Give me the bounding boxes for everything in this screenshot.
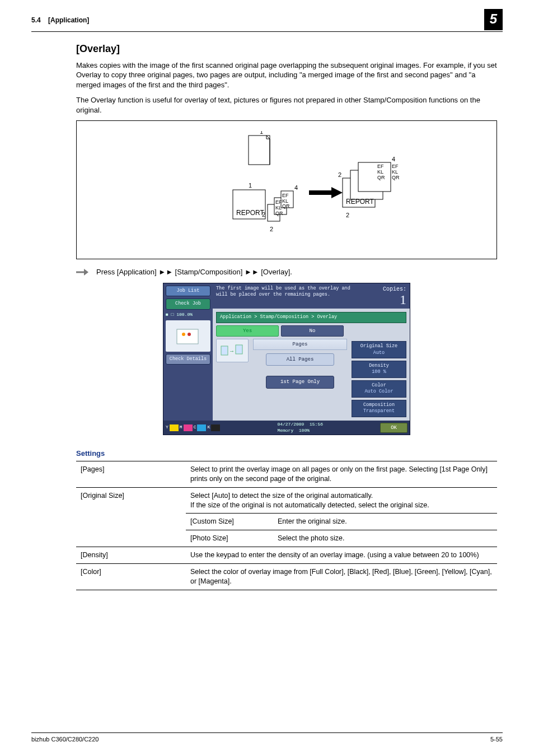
footer-page: 5-55 bbox=[490, 735, 503, 744]
svg-text:EF: EF bbox=[377, 164, 384, 169]
svg-text:1: 1 bbox=[249, 182, 252, 189]
ok-button[interactable]: OK bbox=[380, 423, 407, 433]
section-label: [Application] bbox=[48, 16, 89, 24]
overlay-desc-1: Makes copies with the image of the first… bbox=[76, 60, 497, 90]
svg-text:EF: EF bbox=[392, 164, 399, 169]
overlay-diagram: 1 1 REPORT 2 3 4 EF KL QR bbox=[76, 120, 497, 259]
svg-point-38 bbox=[188, 333, 191, 336]
composition-panel[interactable]: CompositionTransparent bbox=[352, 400, 406, 417]
svg-text:2: 2 bbox=[338, 171, 341, 178]
svg-rect-39 bbox=[221, 346, 228, 355]
table-row: [Pages]Select to print the overlay image… bbox=[76, 461, 497, 487]
first-page-only-button[interactable]: 1st Page Only bbox=[266, 376, 334, 388]
svg-text:REPORT: REPORT bbox=[236, 209, 264, 217]
copies-label: Copies: bbox=[383, 286, 406, 292]
svg-text:QR: QR bbox=[275, 211, 283, 216]
overlay-message: The first image will be used as the over… bbox=[216, 286, 350, 298]
svg-marker-35 bbox=[84, 269, 88, 276]
status-datetime: 04/27/2009 15:56 Memory 100% bbox=[277, 422, 323, 434]
overlay-mode-icon: → bbox=[216, 339, 249, 362]
density-panel[interactable]: Density100 % bbox=[352, 361, 406, 378]
overlay-heading: [Overlay] bbox=[76, 42, 497, 55]
svg-text:QR: QR bbox=[282, 203, 290, 209]
step-arrow-icon bbox=[76, 268, 88, 276]
svg-text:KL: KL bbox=[377, 169, 383, 175]
chapter-badge: 5 bbox=[484, 9, 503, 30]
ui-screenshot: Job List Check Job ■ □ 100.0% Check Deta… bbox=[163, 283, 410, 435]
color-panel[interactable]: ColorAuto Color bbox=[352, 380, 406, 398]
svg-text:1: 1 bbox=[260, 131, 263, 135]
original-size-panel[interactable]: Original SizeAuto bbox=[352, 341, 406, 358]
preview-thumbnail bbox=[166, 320, 210, 352]
svg-text:4: 4 bbox=[392, 156, 395, 162]
svg-text:EF: EF bbox=[275, 199, 282, 205]
check-job-button[interactable]: Check Job bbox=[166, 298, 210, 309]
section-number: 5.4 bbox=[31, 16, 41, 24]
step-instruction: Press [Application] ►► [Stamp/Compositio… bbox=[96, 267, 292, 277]
check-details-button[interactable]: Check Details bbox=[166, 354, 210, 365]
table-row: [Color]Select the color of overlay image… bbox=[76, 564, 497, 590]
toner-levels: Y M C K bbox=[166, 424, 220, 431]
svg-rect-36 bbox=[177, 329, 198, 344]
process-arrow-icon bbox=[309, 187, 343, 198]
all-pages-button[interactable]: All Pages bbox=[266, 353, 334, 366]
svg-text:QR: QR bbox=[377, 175, 385, 180]
overlay-desc-2: The Overlay function is useful for overl… bbox=[76, 95, 497, 115]
svg-text:KL: KL bbox=[392, 169, 398, 175]
svg-text:2: 2 bbox=[262, 211, 265, 218]
svg-text:2: 2 bbox=[346, 212, 349, 218]
svg-text:EF: EF bbox=[282, 193, 289, 198]
pages-header: Pages bbox=[253, 339, 347, 350]
svg-text:QR: QR bbox=[392, 175, 400, 180]
table-row: [Original Size]Select [Auto] to detect t… bbox=[76, 487, 497, 514]
footer-model: bizhub C360/C280/C220 bbox=[31, 735, 99, 744]
settings-heading: Settings bbox=[76, 449, 497, 459]
svg-text:→: → bbox=[230, 348, 233, 354]
svg-text:KL: KL bbox=[275, 205, 282, 211]
table-row: [Density]Use the keypad to enter the den… bbox=[76, 547, 497, 564]
svg-text:REPORT: REPORT bbox=[346, 198, 374, 206]
svg-rect-0 bbox=[249, 136, 270, 165]
svg-marker-19 bbox=[331, 187, 343, 198]
svg-text:2: 2 bbox=[270, 226, 273, 232]
copies-value: 1 bbox=[383, 293, 406, 306]
job-list-button[interactable]: Job List bbox=[166, 286, 210, 296]
settings-table: [Pages]Select to print the overlay image… bbox=[76, 461, 497, 590]
svg-point-37 bbox=[182, 333, 185, 336]
breadcrumb: Application > Stamp/Composition > Overla… bbox=[216, 312, 406, 323]
tab-no[interactable]: No bbox=[281, 325, 344, 337]
svg-rect-41 bbox=[236, 345, 242, 354]
svg-rect-24 bbox=[358, 162, 391, 192]
tab-yes[interactable]: Yes bbox=[216, 325, 279, 337]
svg-text:4: 4 bbox=[294, 184, 298, 191]
